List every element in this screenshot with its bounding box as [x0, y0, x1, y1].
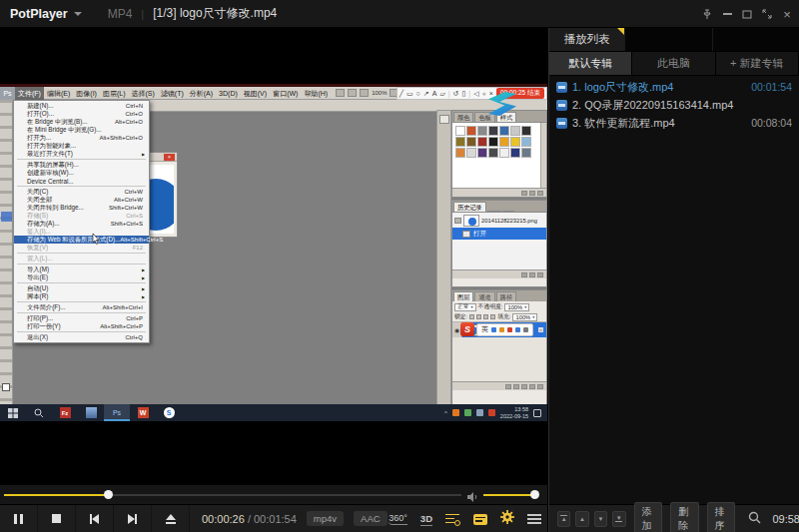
audio-codec-badge: AAC: [354, 511, 388, 526]
fullscreen-button[interactable]: [757, 0, 777, 28]
video-ps-file-menu-item: 脚本(R) ▶: [14, 292, 149, 300]
playlist-album-tabs: 默认专辑此电脑+ 新建专辑: [549, 52, 799, 76]
seek-thumb[interactable]: [104, 490, 113, 499]
move-up-button[interactable]: ▲: [575, 511, 588, 527]
move-down-button[interactable]: ▼: [594, 511, 607, 527]
video-ps-fill-select: 100% ▾: [512, 313, 537, 321]
playlist-item[interactable]: 3. 软件更新流程.mp4 00:08:04: [549, 114, 799, 132]
close-button[interactable]: ×: [777, 0, 797, 28]
settings-gear-icon[interactable]: [500, 510, 514, 528]
video-system-tray: ^ 13:58 2022-09-15: [444, 406, 547, 419]
video-ps-submenu-arrow-icon: ▶: [142, 267, 145, 272]
playlist-footer: ▲ ▲ ▼ ▼ 添加 删除 排序 09:58: [549, 504, 799, 532]
video-tray-expand-icon: ^: [444, 410, 447, 416]
subtitle-icon[interactable]: [473, 514, 487, 525]
video-ps-submenu-arrow-icon: ▶: [142, 152, 145, 157]
video-ps-layers-empty: [452, 337, 546, 381]
playlist-album-tab[interactable]: 默认专辑: [549, 52, 632, 75]
playlist-clock: 09:58: [772, 513, 799, 525]
video-ps-style-swatch: [466, 126, 476, 136]
video-recorder-tool-icon: |: [448, 90, 450, 97]
video-ps-style-swatch: [488, 137, 498, 147]
sort-button[interactable]: 排序: [707, 502, 736, 532]
video-ps-panel-footer: [452, 188, 546, 197]
move-bottom-button[interactable]: ▼: [612, 511, 625, 527]
video-start-icon: [0, 404, 26, 421]
playlist-item-title: 3. 软件更新流程.mp4: [572, 116, 746, 131]
subtitle-search-icon[interactable]: [445, 513, 460, 526]
video-tray-icon: [452, 409, 459, 416]
titlebar-codec: MP4: [108, 7, 133, 21]
video-ps-menu-item-shortcut: Shift+Ctrl+W: [109, 205, 143, 211]
titlebar-filename: [1/3] logo尺寸修改.mp4: [153, 5, 277, 22]
video-ps-style-swatch: [455, 148, 465, 158]
volume-bar[interactable]: [483, 494, 537, 496]
view-360-button[interactable]: 360°: [389, 513, 407, 525]
video-ps-file-menu-item: 文件简介(F)... Alt+Shift+Ctrl+I: [14, 303, 149, 311]
video-ps-layers-panel: 图层通道路径 正常 ▾ 不透明度: 100% ▾: [451, 289, 547, 406]
playlist-item[interactable]: 2. QQ录屏20220915163414.mp4: [549, 96, 799, 114]
video-ps-style-swatch: [521, 137, 531, 147]
seek-bar[interactable]: [4, 494, 461, 496]
playlist-item-title: 1. logo尺寸修改.mp4: [572, 80, 746, 95]
video-ps-file-menu-item: 创建新审核(W)...: [14, 169, 149, 177]
video-ps-panel-tab: 通道: [474, 291, 494, 301]
video-ps-style-swatch: [455, 126, 465, 136]
video-ps-menu-item: 图层(L): [100, 87, 129, 100]
stop-button[interactable]: [38, 505, 76, 532]
video-recorder-tool-icon: ◁: [473, 90, 478, 98]
video-ps-zoom-level: 100%: [372, 90, 387, 96]
next-button[interactable]: [114, 505, 152, 532]
video-ps-menu-item: 帮助(H): [301, 87, 331, 100]
video-ps-history-step-icon: [462, 231, 470, 238]
video-ps-style-swatch: [510, 137, 520, 147]
video-sogou-logo-icon: S: [460, 322, 474, 336]
video-ps-menu-item-shortcut: Ctrl+N: [126, 103, 143, 109]
video-ps-blend-mode-value: 正常: [457, 302, 469, 311]
previous-button[interactable]: [76, 505, 114, 532]
video-notification-icon: [533, 409, 541, 417]
playlist-tab[interactable]: 播放列表: [549, 28, 624, 51]
app-name[interactable]: PotPlayer: [10, 7, 68, 21]
playlist-item[interactable]: 1. logo尺寸修改.mp4 00:01:54: [549, 78, 799, 96]
view-3d-button[interactable]: 3D: [420, 513, 432, 526]
video-ps-lock-row: 锁定: 填充: 100% ▾: [452, 312, 546, 322]
video-ps-menu-item-shortcut: Alt+Shift+Ctrl+S: [120, 237, 163, 243]
video-ps-menu-item-shortcut: Alt+Ctrl+O: [115, 119, 143, 125]
video-ps-history-body: 20141128223215.png 打开: [452, 212, 546, 269]
minimize-button[interactable]: [717, 0, 737, 28]
video-ime-emoji-icon: [499, 327, 504, 332]
menu-hamburger-icon[interactable]: [527, 514, 541, 524]
video-recorder-tools: ╱▭○↗A▱|↺▯|◁●×: [400, 90, 493, 98]
pin-icon[interactable]: [697, 0, 717, 28]
playlist-search-icon[interactable]: [748, 510, 761, 528]
video-ps-panel-footer: [452, 381, 546, 390]
video-ps-style-swatch: [455, 137, 465, 147]
open-file-button[interactable]: [152, 505, 190, 532]
video-ps-style-swatch: [510, 148, 520, 158]
time-display: 00:00:26 / 00:01:54: [202, 513, 297, 525]
playlist-tab-slot: [712, 28, 799, 51]
volume-thumb[interactable]: [530, 490, 539, 499]
pause-button[interactable]: [0, 505, 38, 532]
video-ps-menus: 文件(F)编辑(E)图像(I)图层(L)选择(S)滤镜(T)分析(A)3D(D)…: [15, 87, 331, 100]
app-menu-chevron-icon[interactable]: [74, 12, 82, 16]
move-top-button[interactable]: ▲: [557, 511, 570, 527]
video-ps-style-swatch: [521, 148, 531, 158]
video-ps-layer-lock-icon: [538, 327, 543, 332]
add-button[interactable]: 添加: [634, 502, 663, 532]
maximize-button[interactable]: [737, 0, 757, 28]
video-ps-menu-item-shortcut: Ctrl+W: [125, 189, 144, 195]
playlist-album-tab[interactable]: 此电脑: [632, 52, 715, 75]
video-ps-style-swatch: [499, 148, 509, 158]
video-ps-file-menu-item: 退出(X) Ctrl+Q: [14, 333, 149, 341]
playlist-panel: 播放列表 默认专辑此电脑+ 新建专辑 1. logo尺寸修改.mp4 00:01…: [548, 28, 799, 532]
video-ps-menu-item-shortcut: Ctrl+S: [126, 213, 143, 219]
video-surface[interactable]: Ps 文件(F)编辑(E)图像(I)图层(L)选择(S)滤镜(T)分析(A)3D…: [0, 28, 547, 485]
titlebar[interactable]: PotPlayer MP4 | [1/3] logo尺寸修改.mp4 ×: [0, 0, 799, 28]
video-ps-logo: Ps: [0, 87, 15, 100]
video-ps-fill-value: 100%: [515, 314, 530, 320]
video-ime-bar: 英: [476, 323, 533, 336]
delete-button[interactable]: 删除: [670, 502, 699, 532]
playlist-album-tab[interactable]: + 新建专辑: [716, 52, 799, 75]
